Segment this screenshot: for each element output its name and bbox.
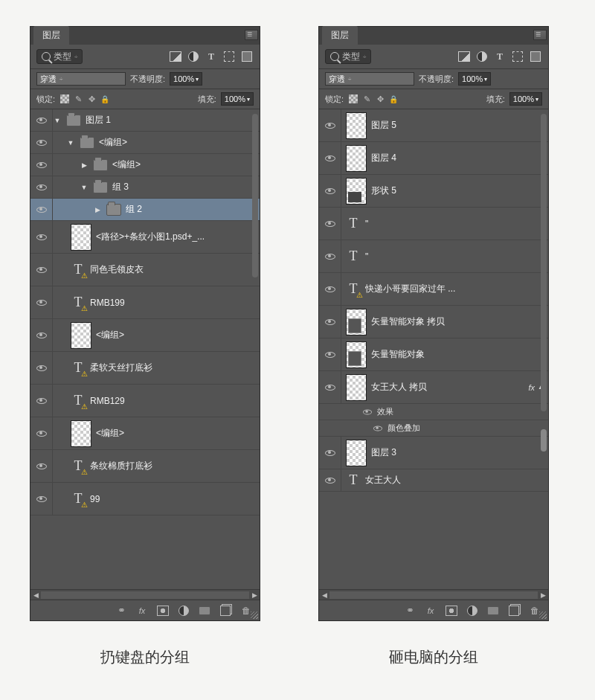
layer-row[interactable]: 99 xyxy=(30,483,260,516)
visibility-toggle[interactable] xyxy=(30,254,53,286)
layer-name[interactable]: 组 3 xyxy=(112,181,255,193)
layer-name[interactable]: 条纹棉质打底衫 xyxy=(90,460,255,472)
scrollbar-thumb[interactable] xyxy=(252,114,258,277)
visibility-toggle[interactable] xyxy=(319,208,341,240)
scrollbar-track[interactable] xyxy=(329,591,538,599)
layer-row[interactable]: 图层 4 xyxy=(319,142,548,175)
layer-mask-icon[interactable] xyxy=(157,605,169,617)
collapse-icon[interactable]: ▼ xyxy=(80,184,89,191)
layer-name[interactable]: 快递小哥要回家过年 ... xyxy=(365,283,544,295)
effects-header[interactable]: 效果 xyxy=(319,404,548,420)
layer-name[interactable]: <编组> xyxy=(112,158,255,171)
scroll-left-icon[interactable]: ◀ xyxy=(319,591,329,599)
scrollbar-thumb[interactable] xyxy=(541,114,547,411)
visibility-toggle[interactable] xyxy=(319,306,341,338)
layer-name[interactable]: 女王大人 拷贝 xyxy=(371,381,529,394)
visibility-toggle[interactable] xyxy=(30,109,53,131)
filter-adjustment-icon[interactable] xyxy=(187,50,200,63)
layer-row[interactable]: 形状 5 xyxy=(319,175,548,208)
visibility-toggle[interactable] xyxy=(30,286,53,318)
visibility-toggle[interactable] xyxy=(30,176,53,198)
collapse-icon[interactable]: ▼ xyxy=(53,117,62,124)
scrollbar-thumb[interactable] xyxy=(541,429,547,452)
adjustment-layer-icon[interactable] xyxy=(466,605,478,617)
effect-item[interactable]: 颜色叠加 xyxy=(319,420,548,437)
layer-row[interactable]: ▼图层 1 xyxy=(30,109,260,132)
panel-menu-icon[interactable] xyxy=(533,30,547,40)
layer-name[interactable]: 组 2 xyxy=(126,203,255,216)
lock-all-icon[interactable] xyxy=(388,94,399,104)
filter-dropdown[interactable]: 类型 ÷ xyxy=(325,49,371,64)
layer-row[interactable]: 同色毛领皮衣 xyxy=(30,254,260,286)
collapse-icon[interactable]: ▼ xyxy=(66,139,75,147)
filter-pixel-icon[interactable] xyxy=(457,50,471,63)
lock-transparency-icon[interactable] xyxy=(348,94,358,104)
layer-style-icon[interactable] xyxy=(425,605,437,617)
layer-name[interactable]: 图层 3 xyxy=(371,446,544,459)
scrollbar-track[interactable] xyxy=(41,591,249,599)
visibility-toggle[interactable] xyxy=(319,469,341,491)
layer-row[interactable]: RMB129 xyxy=(30,385,260,417)
scroll-right-icon[interactable]: ▶ xyxy=(538,591,548,599)
layer-name[interactable]: 图层 4 xyxy=(371,152,544,164)
visibility-toggle[interactable] xyxy=(319,175,341,207)
filter-shape-icon[interactable] xyxy=(511,50,524,63)
opacity-input[interactable]: 100% ▾ xyxy=(170,72,202,86)
layer-row[interactable]: ▶组 2 xyxy=(30,199,260,221)
filter-dropdown[interactable]: 类型 ÷ xyxy=(36,49,83,64)
expand-icon[interactable]: ▶ xyxy=(93,206,102,213)
lock-position-icon[interactable] xyxy=(375,94,385,104)
visibility-toggle[interactable] xyxy=(30,132,53,153)
layer-name[interactable]: " xyxy=(365,219,544,229)
scroll-left-icon[interactable]: ◀ xyxy=(30,591,41,599)
layer-list[interactable]: ▼图层 1▼<编组>▶<编组>▼组 3▶组 2<路径>+条纹小图1.psd+_.… xyxy=(30,109,260,516)
visibility-toggle[interactable] xyxy=(30,417,53,449)
layer-row[interactable]: 矢量智能对象 xyxy=(319,338,548,371)
layer-name[interactable]: 矢量智能对象 xyxy=(371,348,544,361)
visibility-toggle[interactable] xyxy=(319,371,341,403)
visibility-toggle[interactable] xyxy=(319,109,341,141)
visibility-toggle[interactable] xyxy=(30,450,53,482)
lock-all-icon[interactable] xyxy=(100,94,110,104)
blend-mode-dropdown[interactable]: 穿透 ÷ xyxy=(325,72,414,86)
layer-name[interactable]: 柔软天丝打底衫 xyxy=(90,362,255,374)
layer-row[interactable]: " xyxy=(319,240,548,273)
visibility-toggle[interactable] xyxy=(30,221,53,253)
opacity-input[interactable]: 100% ▾ xyxy=(458,72,491,86)
layer-row[interactable]: <编组> xyxy=(30,319,260,352)
layer-mask-icon[interactable] xyxy=(446,605,457,617)
new-group-icon[interactable] xyxy=(487,605,499,617)
new-layer-icon[interactable] xyxy=(219,605,231,617)
lock-pixels-icon[interactable] xyxy=(361,94,372,104)
blend-mode-dropdown[interactable]: 穿透 ÷ xyxy=(36,72,126,86)
layer-row[interactable]: RMB199 xyxy=(30,286,260,319)
layer-name[interactable]: <编组> xyxy=(96,427,255,440)
link-layers-icon[interactable] xyxy=(404,605,416,617)
filter-smartobj-icon[interactable] xyxy=(240,50,254,63)
filter-adjustment-icon[interactable] xyxy=(475,50,489,63)
fx-badge[interactable]: fx xyxy=(529,383,536,392)
visibility-toggle[interactable] xyxy=(30,352,53,384)
filter-text-icon[interactable] xyxy=(205,50,218,63)
layer-row[interactable]: 女王大人 拷贝fx▲ xyxy=(319,371,548,404)
layers-tab[interactable]: 图层 xyxy=(33,26,69,45)
visibility-toggle[interactable] xyxy=(319,273,341,305)
layer-row[interactable]: 快递小哥要回家过年 ... xyxy=(319,273,548,306)
layer-name[interactable]: 矢量智能对象 拷贝 xyxy=(371,315,544,328)
visibility-toggle[interactable] xyxy=(30,319,53,351)
layer-row[interactable]: ▼组 3 xyxy=(30,176,260,199)
layer-style-icon[interactable] xyxy=(136,605,148,617)
layer-name[interactable]: 形状 5 xyxy=(371,184,544,197)
layer-name[interactable]: " xyxy=(365,251,544,262)
visibility-toggle[interactable] xyxy=(319,338,341,370)
resize-grip-icon[interactable] xyxy=(539,611,547,619)
visibility-toggle[interactable] xyxy=(30,199,53,220)
visibility-toggle[interactable] xyxy=(319,437,341,469)
new-group-icon[interactable] xyxy=(199,605,210,617)
expand-icon[interactable]: ▶ xyxy=(80,161,89,169)
resize-grip-icon[interactable] xyxy=(251,611,258,619)
panel-menu-icon[interactable] xyxy=(245,30,258,40)
layer-name[interactable]: <编组> xyxy=(99,136,255,149)
layer-row[interactable]: 矢量智能对象 拷贝 xyxy=(319,306,548,338)
lock-position-icon[interactable] xyxy=(86,94,97,104)
